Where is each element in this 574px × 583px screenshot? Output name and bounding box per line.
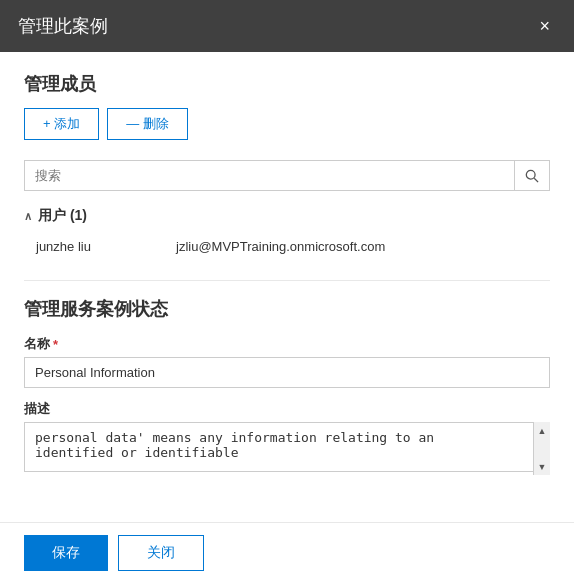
- save-button[interactable]: 保存: [24, 535, 108, 571]
- search-icon: [525, 169, 539, 183]
- search-input[interactable]: [25, 161, 514, 190]
- dialog-body: 管理成员 + 添加 — 删除 ∧ 用户 (1) junzhe l: [0, 52, 574, 522]
- svg-line-1: [534, 178, 538, 182]
- manage-members-title: 管理成员: [24, 72, 550, 96]
- add-member-button[interactable]: + 添加: [24, 108, 99, 140]
- case-status-title: 管理服务案例状态: [24, 297, 550, 321]
- dialog-title: 管理此案例: [18, 14, 108, 38]
- name-label-text: 名称: [24, 335, 50, 353]
- close-button[interactable]: 关闭: [118, 535, 204, 571]
- manage-case-dialog: 管理此案例 × 管理成员 + 添加 — 删除 ∧: [0, 0, 574, 583]
- scroll-up-button[interactable]: ▲: [534, 422, 550, 439]
- svg-point-0: [526, 170, 535, 179]
- table-row: junzhe liu jzliu@MVPTraining.onmicrosoft…: [24, 233, 550, 260]
- chevron-down-icon: ∧: [24, 210, 32, 223]
- required-star: *: [53, 337, 58, 352]
- description-container: personal data' means any information rel…: [24, 422, 550, 475]
- dialog-footer: 保存 关闭: [0, 522, 574, 583]
- section-divider: [24, 280, 550, 281]
- scroll-down-button[interactable]: ▼: [534, 458, 550, 475]
- user-name: junzhe liu: [36, 239, 156, 254]
- description-field-label: 描述: [24, 400, 550, 418]
- dialog-header: 管理此案例 ×: [0, 0, 574, 52]
- search-container: [24, 160, 550, 191]
- users-section: ∧ 用户 (1) junzhe liu jzliu@MVPTraining.on…: [24, 207, 550, 260]
- description-label-text: 描述: [24, 400, 50, 418]
- scrollbar: ▲ ▼: [533, 422, 550, 475]
- members-button-group: + 添加 — 删除: [24, 108, 550, 140]
- manage-members-section: 管理成员 + 添加 — 删除: [24, 72, 550, 140]
- name-field-label: 名称 *: [24, 335, 550, 353]
- manage-case-status-section: 管理服务案例状态 名称 * 描述 personal data' means an…: [24, 297, 550, 475]
- search-button[interactable]: [514, 161, 549, 190]
- close-icon[interactable]: ×: [533, 15, 556, 37]
- users-section-header: ∧ 用户 (1): [24, 207, 550, 225]
- name-input[interactable]: [24, 357, 550, 388]
- description-textarea[interactable]: personal data' means any information rel…: [24, 422, 550, 472]
- delete-member-button[interactable]: — 删除: [107, 108, 188, 140]
- user-email: jzliu@MVPTraining.onmicrosoft.com: [176, 239, 385, 254]
- users-section-title: 用户 (1): [38, 207, 87, 225]
